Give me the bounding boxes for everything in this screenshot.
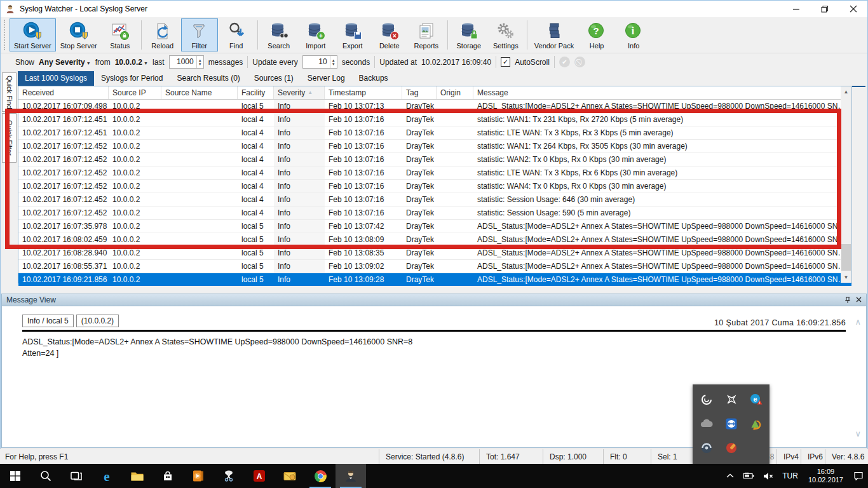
- column-label: Tag: [406, 88, 418, 99]
- toolbar-button-reload[interactable]: Reload: [144, 18, 181, 51]
- separator: [554, 56, 555, 68]
- scroll-down-indicator-icon[interactable]: ∨: [855, 429, 861, 438]
- cell-timestamp: Feb 10 13:09:28: [325, 273, 402, 286]
- chrome-icon: [315, 470, 327, 482]
- tab-server-log[interactable]: Server Log: [301, 71, 352, 86]
- toolbar-button-delete[interactable]: ×Delete: [371, 18, 408, 51]
- toolbar-button-storage[interactable]: Storage: [451, 18, 487, 51]
- tab-search-results-0[interactable]: Search Results (0): [170, 71, 247, 86]
- tab-syslogs-for-period[interactable]: Syslogs for Period: [94, 71, 170, 86]
- quick-find-tab[interactable]: Quick Find: [2, 72, 17, 112]
- toolbar-button-label: Reports: [414, 42, 439, 50]
- divider: [22, 330, 846, 332]
- apply-filter-button-disabled[interactable]: ✔: [559, 57, 570, 67]
- source-ip-badge: (10.0.0.2): [76, 315, 119, 327]
- maximize-button[interactable]: [810, 1, 839, 17]
- tab-backups[interactable]: Backups: [352, 71, 395, 86]
- toolbar-button-reports[interactable]: Reports: [408, 18, 445, 51]
- message-count-stepper[interactable]: 1000▲▼: [169, 55, 204, 69]
- tab-last-1000-syslogs[interactable]: Last 1000 Syslogs: [18, 71, 94, 86]
- taskbar-button-chrome[interactable]: [305, 464, 336, 488]
- severity-dropdown[interactable]: Any Severity▼: [39, 58, 91, 67]
- toolbar-button-filter[interactable]: Filter: [181, 18, 218, 51]
- updater-icon: [750, 417, 763, 430]
- task-view-icon: [70, 470, 83, 482]
- taskbar-button-search[interactable]: [31, 464, 61, 488]
- taskbar-button-syslog-watcher[interactable]: [336, 464, 366, 488]
- taskbar-button-acrobat[interactable]: A: [244, 464, 275, 488]
- column-header-source-name[interactable]: Source Name: [161, 86, 238, 99]
- scroll-up-indicator-icon[interactable]: ∧: [855, 317, 861, 327]
- column-header-message[interactable]: Message: [473, 86, 851, 99]
- table-row[interactable]: 10.02.2017 16:09:21.85610.0.0.2local 5In…: [18, 273, 851, 287]
- close-panel-icon[interactable]: [856, 297, 862, 304]
- onedrive-icon: [700, 419, 714, 429]
- tray-icon-creative-cloud[interactable]: [694, 388, 719, 412]
- column-header-received[interactable]: Received: [18, 86, 109, 99]
- taskbar-button-outlook[interactable]: [275, 464, 305, 488]
- scrollbar-thumb[interactable]: [841, 244, 851, 271]
- clock[interactable]: 16:09 10.02.2017: [803, 464, 849, 488]
- toolbar-button-label: Vendor Pack: [534, 42, 574, 50]
- column-header-tag[interactable]: Tag: [402, 86, 437, 99]
- from-label: from: [95, 58, 111, 67]
- toolbar-button-vendor-pack[interactable]: Vendor Pack: [530, 18, 578, 51]
- toolbar-button-settings[interactable]: Settings: [487, 18, 524, 51]
- spinner-arrows-icon[interactable]: ▲▼: [196, 56, 203, 68]
- taskbar-button-edge[interactable]: e: [92, 464, 122, 488]
- spinner-arrows-icon[interactable]: ▲▼: [330, 56, 337, 68]
- autoscroll-checkbox[interactable]: ✓: [501, 57, 510, 67]
- start-server-icon: [22, 20, 43, 41]
- taskbar-button-task-view[interactable]: [61, 464, 92, 488]
- acrobat-icon: A: [252, 469, 266, 483]
- action-center-icon[interactable]: [849, 464, 868, 488]
- tray-chevron-up-icon[interactable]: [722, 464, 738, 488]
- scroll-down-icon[interactable]: ▼: [841, 272, 851, 283]
- tab-sources-1[interactable]: Sources (1): [247, 71, 301, 86]
- media-player-icon: [191, 469, 205, 483]
- toolbar-button-find[interactable]: Find: [218, 18, 255, 51]
- creative-cloud-icon: [700, 393, 713, 406]
- minimize-button[interactable]: [782, 1, 810, 17]
- column-header-severity[interactable]: Severity▲: [274, 86, 325, 99]
- pin-icon[interactable]: [844, 297, 851, 304]
- toolbar-button-help[interactable]: ?Help: [578, 18, 615, 51]
- vertical-scrollbar[interactable]: ▲ ▼: [841, 86, 851, 283]
- column-header-origin[interactable]: Origin: [437, 86, 473, 99]
- toolbar-button-export[interactable]: Export: [334, 18, 371, 51]
- column-header-facility[interactable]: Facility: [238, 86, 274, 99]
- toolbar-button-search[interactable]: Search: [261, 18, 297, 51]
- toolbar-button-status[interactable]: Status: [102, 18, 139, 51]
- toolbar-button-label: Help: [590, 42, 604, 50]
- tray-icon-ccleaner[interactable]: [719, 436, 743, 460]
- taskbar-button-store[interactable]: [153, 464, 183, 488]
- close-button[interactable]: [839, 1, 867, 17]
- source-dropdown[interactable]: 10.0.0.2▼: [115, 58, 148, 67]
- tray-icon-updater[interactable]: [743, 412, 768, 436]
- taskbar-button-start[interactable]: [0, 464, 31, 488]
- tray-icon-teamviewer[interactable]: [719, 412, 743, 436]
- toolbar-button-import[interactable]: +Import: [297, 18, 334, 51]
- update-interval-stepper[interactable]: 10▲▼: [302, 55, 337, 69]
- taskbar-button-snipping-tool[interactable]: [214, 464, 244, 488]
- toolbar-button-stop-server[interactable]: Stop Server: [56, 18, 102, 51]
- table-row[interactable]: 10.02.2017 16:08:55.37110.0.0.2local 5In…: [18, 260, 851, 273]
- tray-icon-airplane[interactable]: [719, 388, 743, 412]
- toolbar-button-start-server[interactable]: Start Server: [10, 18, 56, 51]
- column-header-timestamp[interactable]: Timestamp: [325, 86, 402, 99]
- toolbar-button-info[interactable]: iInfo: [615, 18, 652, 51]
- cancel-filter-button-disabled[interactable]: ⃠: [574, 57, 585, 67]
- separator: [374, 56, 375, 68]
- taskbar-button-media-player[interactable]: [183, 464, 214, 488]
- scroll-up-icon[interactable]: ▲: [841, 86, 851, 97]
- battery-icon[interactable]: [738, 464, 759, 488]
- tray-icon-eset[interactable]: e!: [743, 388, 768, 412]
- column-header-source-ip[interactable]: Source IP: [109, 86, 161, 99]
- language-indicator[interactable]: TUR: [778, 464, 803, 488]
- edge-icon: e: [99, 468, 114, 484]
- tray-icon-swirl[interactable]: [694, 436, 719, 460]
- taskbar-button-file-explorer[interactable]: [122, 464, 153, 488]
- volume-muted-icon[interactable]: [759, 464, 778, 488]
- main-toolbar: Start ServerStop ServerStatusReloadFilte…: [1, 17, 867, 53]
- tray-icon-onedrive[interactable]: [694, 412, 719, 436]
